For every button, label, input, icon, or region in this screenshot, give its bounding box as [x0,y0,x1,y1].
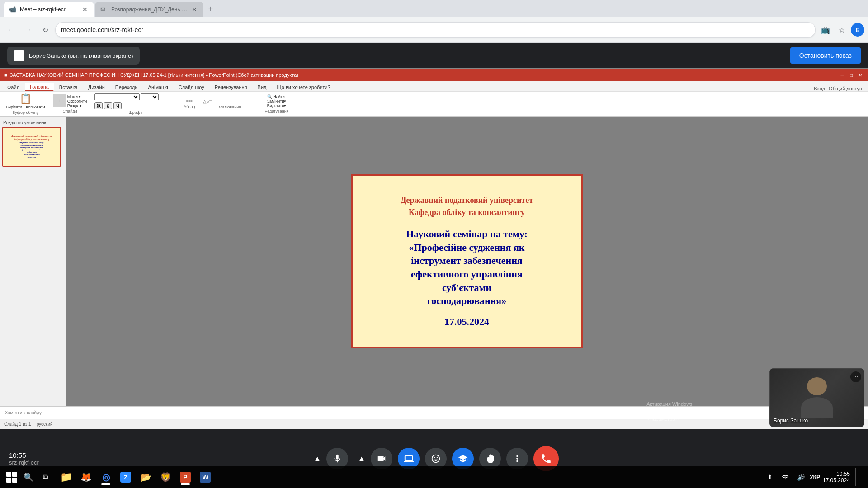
font-size-select[interactable] [141,93,159,100]
slide-thumb-university: Державний податковий університетКафедра … [11,135,52,141]
ppt-share[interactable]: Общий доступ [829,86,862,91]
ribbon-tab-design[interactable]: Дизайн [83,83,110,91]
audio-chevron-up[interactable]: ▲ [309,450,326,467]
browser-chrome: 📹 Meet – srz-rqkf-ecr ✕ ✉ Розпорядження_… [0,0,868,43]
ribbon-tab-home[interactable]: Головна [25,83,54,91]
slide-thumbnail[interactable]: Державний податковий університетКафедра … [2,127,61,167]
bold-btn[interactable]: Ж [94,102,103,109]
find-btn[interactable]: 🔍 Найти [267,94,287,99]
address-text: meet.google.com/srz-rqkf-ecr [61,26,143,33]
shapes-btn[interactable]: △○□ [203,99,212,104]
slide-controls: + Макет▾ Скоротити Розділ▾ [53,94,87,108]
gmail-tab-close[interactable]: ✕ [191,6,198,13]
notes-placeholder: Заметки к слайду [5,410,42,415]
forward-button[interactable]: → [21,23,35,37]
language-indicator: русский [37,422,53,427]
meet-container: ⊡ Борис Занько (вы, на главном экране) О… [0,43,868,488]
slide-department: Кафедра обліку та консалтингу [409,207,525,218]
video-chevron-up[interactable]: ▲ [354,450,370,467]
back-button[interactable]: ← [4,23,18,37]
ppt-ribbon-tabs: Файл Головна Вставка Дизайн Переходи Ані… [0,81,868,91]
ppt-maximize-button[interactable]: □ [848,71,855,79]
taskbar-app-powerpoint[interactable]: P [176,468,194,486]
ribbon-tab-insert[interactable]: Вставка [54,83,83,91]
activation-line1: Активация Windows [646,400,764,408]
font-family-select[interactable] [94,93,140,100]
windows-logo [6,472,17,483]
select-btn[interactable]: Виділити▾ [267,103,287,108]
slide-section-label: Розділ по умовчанню [2,118,64,127]
italic-btn[interactable]: К [104,102,112,109]
ppt-minimize-button[interactable]: ─ [839,71,846,79]
taskbar-app-brave[interactable]: 🦁 [156,468,175,486]
font-label: Шрифт [128,110,142,115]
reload-button[interactable]: ↻ [38,23,52,37]
ppt-active-indicator [181,483,190,485]
sound-icon[interactable]: 🔊 [794,471,807,483]
cast-button[interactable]: 📺 [818,23,833,37]
new-slide-btn[interactable]: + [53,94,66,107]
taskbar-app-files[interactable]: 📂 [137,468,155,486]
paste-icon[interactable]: 📋 [19,93,32,105]
ribbon-group-editing: 🔍 Найти Замінити▾ Виділити▾ Редагування [262,93,292,115]
layout-btn[interactable]: Макет▾ [67,94,87,99]
ribbon-tab-animation[interactable]: Анімація [143,83,173,91]
taskbar-date: 17.05.2024 [823,477,850,483]
ribbon-tab-review[interactable]: Рецензування [210,83,252,91]
clipboard-label: Буфер обміну [12,110,38,115]
gmail-tab-title: Розпорядження_ДПУ_День ви... [111,6,187,13]
windows-start-button[interactable] [4,469,20,485]
taskbar-app-explorer[interactable]: 📁 [57,468,75,486]
underline-btn[interactable]: Ч [113,102,122,109]
taskbar-language[interactable]: УКР [810,474,820,480]
chrome-active-indicator [101,483,110,485]
taskbar-app-chrome[interactable]: ◎ [97,468,115,486]
ppt-close-button[interactable]: ✕ [857,71,864,79]
self-view: ⋯ Борис Занько [769,368,864,427]
taskbar-app-firefox[interactable]: 🦊 [77,468,95,486]
ribbon-tab-view[interactable]: Вид [253,83,272,91]
cut-btn[interactable]: Вирізати [6,105,22,109]
ribbon-tab-transitions[interactable]: Переходи [110,83,143,91]
meet-tab-close[interactable]: ✕ [81,6,89,13]
person-silhouette [799,377,835,418]
taskbar-app-zoom[interactable]: Z [117,468,135,486]
stop-share-button[interactable]: Остановить показ [790,47,861,64]
slide-thumbnail-container: 1 Державний податковий університетКафедр… [2,127,64,167]
profile-button[interactable]: Б [851,23,864,37]
ppt-sign-in[interactable]: Вход [814,86,825,91]
slide-seminar-title: Науковий семінар на тему: «Професійне су… [406,227,528,308]
meet-time: 10:55 [9,451,39,459]
show-desktop-btn[interactable] [855,468,864,486]
bookmark-button[interactable]: ☆ [835,23,849,37]
tab-meet[interactable]: 📹 Meet – srz-rqkf-ecr ✕ [4,2,94,17]
self-view-menu-button[interactable]: ⋯ [850,371,861,382]
presenter-badge-text: Борис Занько (вы, на главном экране) [29,52,133,59]
task-view-button[interactable]: ⧉ [37,469,53,485]
section-btn[interactable]: Розділ▾ [67,103,87,108]
ppt-window: ■ ЗАСТАВКА НАУКОВИЙ СЕМІНАР ПРОФЕСІЙН СУ… [0,68,868,429]
ribbon-tab-help[interactable]: Що ви хочете зробити? [272,83,335,91]
tab-gmail[interactable]: ✉ Розпорядження_ДПУ_День ви... ✕ [95,2,203,17]
address-bar[interactable]: meet.google.com/srz-rqkf-ecr [55,22,816,38]
ribbon-tab-file[interactable]: Файл [2,83,24,91]
reset-btn[interactable]: Скоротити [67,99,87,103]
taskbar-datetime[interactable]: 10:55 17.05.2024 [823,471,853,483]
new-tab-button[interactable]: + [204,3,217,15]
drawing-label: Малювання [219,105,241,109]
copy-btn[interactable]: Копіювати [26,105,45,109]
taskbar-search-button[interactable]: 🔍 [20,469,37,485]
network-icon[interactable] [779,471,792,483]
editing-label: Редагування [265,109,289,113]
win-logo-sq-br [12,478,17,483]
replace-btn[interactable]: Замінити▾ [267,99,287,103]
taskbar: 🔍 ⧉ 📁 🦊 ◎ Z 📂 🦁 P W ⬆ [0,466,868,488]
ribbon-tab-slideshow[interactable]: Слайд-шоу [174,83,209,91]
tab-bar: 📹 Meet – srz-rqkf-ecr ✕ ✉ Розпорядження_… [0,0,868,17]
browser-toolbar: ← → ↻ meet.google.com/srz-rqkf-ecr 📺 ☆ Б [0,17,868,43]
taskbar-app-word[interactable]: W [196,468,214,486]
win-logo-sq-bl [6,478,11,483]
notifications-expand-icon[interactable]: ⬆ [764,471,776,483]
font-controls: Ж К Ч [94,93,176,109]
gmail-favicon: ✉ [100,6,108,13]
